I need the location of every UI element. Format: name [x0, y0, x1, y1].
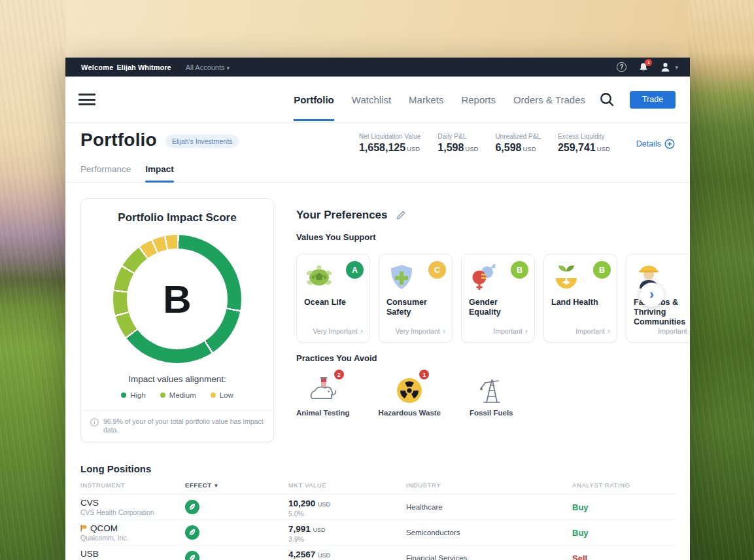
account-stats: Net Liquidation Value 1,658,125USD Daily…	[359, 130, 675, 154]
page-title: Portfolio	[80, 130, 157, 150]
nav-reports[interactable]: Reports	[461, 79, 496, 121]
table-row[interactable]: QCOM Qualcomm, Inc. 7,991 USD 3.9% Semic…	[80, 520, 675, 546]
table-row[interactable]: CVS CVS Health Corporation 10,290 USD 5.…	[80, 495, 675, 520]
grade-badge: B	[593, 261, 611, 279]
seedling-icon	[551, 262, 582, 292]
impact-grade: B	[113, 235, 241, 363]
stat-net-liquidation: Net Liquidation Value 1,658,125USD	[359, 133, 420, 154]
help-icon: ?	[617, 62, 626, 72]
notification-badge: 1	[645, 59, 652, 66]
nav-watchlist[interactable]: Watchlist	[352, 79, 391, 121]
account-badge: Elijah's Investments	[165, 135, 239, 148]
stat-excess-liquidity: Excess Liquidity 259,741USD	[558, 133, 610, 154]
tab-impact[interactable]: Impact	[145, 164, 174, 182]
plus-circle-icon	[664, 139, 675, 149]
gender-icon	[468, 262, 500, 292]
grade-badge: A	[346, 261, 364, 279]
impact-score-title: Portfolio Impact Score	[81, 199, 273, 224]
legend-medium: Medium	[160, 391, 196, 399]
menu-button[interactable]	[78, 94, 95, 105]
chevron-down-icon: ▾	[675, 64, 678, 71]
values-support-title: Values You Support	[296, 232, 690, 242]
portfolio-tabs: Performance Impact	[65, 154, 690, 183]
chevron-right-icon: ›	[360, 326, 363, 335]
grade-badge: B	[511, 261, 528, 279]
flag-icon	[80, 525, 87, 532]
help-button[interactable]: ?	[615, 61, 627, 73]
value-cards-carousel: A Ocean Life Very Important› C Consumer …	[296, 254, 690, 343]
pencil-icon	[396, 210, 406, 220]
col-industry[interactable]: INDUSTRY	[406, 481, 572, 489]
value-card-consumer-safety[interactable]: C Consumer Safety Very Important›	[379, 254, 453, 343]
user-menu-button[interactable]: ▾	[660, 61, 678, 73]
value-card-gender-equality[interactable]: B Gender Equality Important›	[461, 254, 535, 343]
preferences-title: Your Preferences	[296, 209, 388, 222]
legend-high: High	[121, 391, 146, 399]
welcome-label: Welcome	[81, 63, 114, 71]
turtle-icon	[303, 262, 335, 292]
main-nav: Portfolio Watchlist Markets Reports Orde…	[65, 77, 690, 123]
notifications-button[interactable]: 1	[638, 61, 649, 73]
carousel-next-button[interactable]: ›	[640, 283, 664, 307]
avoid-fossil-fuels[interactable]: Fossil Fuels	[470, 370, 513, 417]
grade-badge: C	[428, 261, 446, 279]
avoid-practices-list: 2 Animal Testing	[296, 370, 690, 417]
background-photo-right	[688, 0, 754, 560]
preferences-section: Your Preferences Values You Support	[296, 198, 690, 442]
nav-orders-trades[interactable]: Orders & Trades	[513, 79, 585, 121]
effect-leaf-icon	[185, 551, 288, 560]
impact-data-footnote: 96.9% of your of your total portfolio va…	[81, 410, 273, 442]
col-mkt-value[interactable]: MKT VALUE	[288, 481, 406, 489]
search-icon	[598, 91, 615, 108]
value-card-land-health[interactable]: B Land Health Important›	[543, 254, 617, 343]
animal-testing-icon	[308, 376, 338, 404]
impact-score-chart: B	[113, 235, 241, 363]
legend-dot-low	[211, 393, 216, 398]
top-bar: Welcome Elijah Whitmore All Accounts▾ ? …	[65, 58, 690, 77]
trade-button[interactable]: Trade	[630, 91, 676, 109]
avoid-count-badge: 1	[419, 370, 429, 379]
screen: Welcome Elijah Whitmore All Accounts▾ ? …	[0, 0, 754, 560]
user-name: Elijah Whitmore	[117, 63, 171, 71]
info-icon	[90, 418, 99, 427]
analyst-rating[interactable]: Buy	[572, 502, 675, 512]
chevron-right-icon: ›	[608, 326, 610, 335]
details-button[interactable]: Details	[636, 133, 675, 149]
analyst-rating[interactable]: Buy	[572, 528, 675, 538]
legend-dot-high	[121, 393, 126, 398]
long-positions-section: Long Positions INSTRUMENT EFFECT▼ MKT VA…	[65, 442, 690, 560]
chevron-down-icon: ▾	[227, 65, 230, 71]
col-instrument[interactable]: INSTRUMENT	[80, 481, 185, 489]
alignment-label: Impact values alignment:	[81, 374, 273, 384]
legend-dot-medium	[160, 393, 165, 398]
col-effect[interactable]: EFFECT▼	[185, 481, 288, 489]
page-scroll[interactable]: Portfolio Elijah's Investments Net Liqui…	[65, 123, 690, 560]
legend-low: Low	[211, 391, 233, 399]
chevron-right-icon: ›	[525, 326, 528, 335]
portfolio-header: Portfolio Elijah's Investments Net Liqui…	[65, 123, 690, 154]
stat-daily-pnl: Daily P&L 1,598USD	[437, 133, 478, 154]
col-analyst-rating[interactable]: ANALYST RATING	[572, 481, 675, 489]
avatar-icon	[660, 61, 671, 73]
accounts-dropdown[interactable]: All Accounts▾	[186, 63, 230, 71]
long-positions-title: Long Positions	[80, 463, 675, 474]
effect-leaf-icon	[185, 525, 288, 540]
avoid-count-badge: 2	[334, 370, 344, 379]
effect-leaf-icon	[185, 500, 288, 514]
positions-table-header: INSTRUMENT EFFECT▼ MKT VALUE INDUSTRY AN…	[80, 481, 675, 495]
edit-preferences-button[interactable]	[396, 210, 406, 220]
sort-caret-icon: ▼	[214, 483, 220, 489]
avoid-animal-testing[interactable]: 2 Animal Testing	[296, 370, 350, 417]
tab-performance[interactable]: Performance	[80, 164, 131, 182]
search-button[interactable]	[598, 91, 615, 108]
table-row[interactable]: USB U.S. Bancorp 4,2567 USD 2.6% Financi…	[80, 546, 675, 560]
alignment-legend: High Medium Low	[81, 391, 273, 399]
value-card-ocean-life[interactable]: A Ocean Life Very Important›	[296, 254, 370, 343]
shield-icon	[386, 262, 417, 292]
avoid-hazardous-waste[interactable]: 1 Hazardous Waste	[379, 370, 441, 417]
background-photo-left	[0, 0, 66, 560]
analyst-rating[interactable]: Sell	[572, 553, 675, 560]
nav-markets[interactable]: Markets	[409, 79, 443, 121]
nav-portfolio[interactable]: Portfolio	[294, 79, 334, 121]
impact-score-card: Portfolio Impact Score B Impact values a…	[80, 198, 274, 442]
